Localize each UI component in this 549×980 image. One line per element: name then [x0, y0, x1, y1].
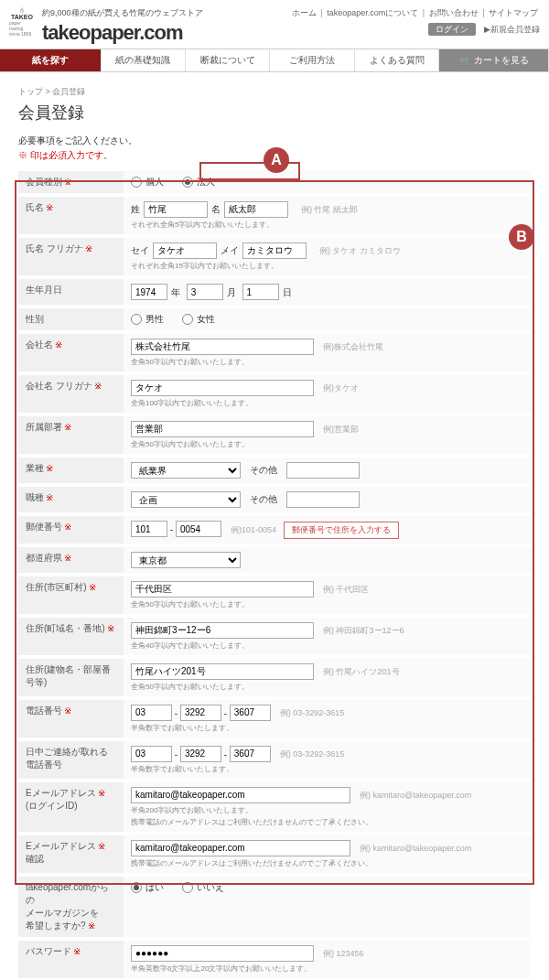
zip1-input[interactable]: [131, 521, 167, 537]
company-kana-input[interactable]: [131, 380, 314, 396]
radio-mag-yes[interactable]: はい: [131, 881, 164, 894]
radio-corporate[interactable]: 法人: [182, 176, 215, 188]
building-input[interactable]: [131, 663, 314, 680]
nav-about[interactable]: takeopaper.comについて: [327, 8, 418, 17]
birth-month-input[interactable]: [187, 284, 223, 300]
radio-individual[interactable]: 個人: [131, 176, 164, 188]
nav-home[interactable]: ホーム: [292, 8, 317, 17]
nav-usage[interactable]: ご利用方法: [270, 49, 354, 71]
login-button[interactable]: ログイン: [428, 23, 476, 36]
nav-sitemap[interactable]: サイトマップ: [489, 8, 538, 17]
nav-contact[interactable]: お問い合わせ: [429, 8, 479, 17]
email-confirm-input[interactable]: [131, 840, 350, 856]
register-link[interactable]: ▶新規会員登録: [484, 25, 540, 34]
industry-select[interactable]: 紙業界: [131, 462, 241, 479]
dept-input[interactable]: [131, 421, 314, 437]
lastname-input[interactable]: [144, 201, 208, 218]
logo[interactable]: TAKEO paper trading since 1899: [9, 7, 35, 37]
zip2-input[interactable]: [176, 521, 221, 537]
radio-mag-no[interactable]: いいえ: [182, 881, 224, 894]
marker-b: B: [509, 224, 534, 250]
password-input[interactable]: [131, 945, 314, 962]
tel1-input[interactable]: [131, 705, 172, 721]
lastname-kana-input[interactable]: [153, 242, 217, 259]
job-other-input[interactable]: [286, 491, 360, 508]
radio-male[interactable]: 男性: [131, 313, 164, 326]
logo-text: TAKEO: [11, 14, 33, 20]
industry-other-input[interactable]: [286, 462, 360, 479]
cart-icon: 🛒: [459, 56, 470, 66]
tel3-input[interactable]: [230, 705, 271, 721]
top-nav: ホーム | takeopaper.comについて | お問い合わせ | サイトマ…: [290, 7, 540, 19]
marker-a: A: [264, 147, 289, 173]
pref-select[interactable]: 東京都: [131, 552, 241, 568]
email-input[interactable]: [131, 787, 350, 803]
header: TAKEO paper trading since 1899 約9,000種の紙…: [0, 0, 549, 48]
radio-female[interactable]: 女性: [182, 313, 215, 326]
breadcrumb[interactable]: トップ > 会員登録: [18, 86, 531, 98]
birth-day-input[interactable]: [242, 284, 279, 300]
nav-search[interactable]: 紙を探す: [0, 49, 102, 71]
daytel1-input[interactable]: [131, 746, 172, 762]
birth-year-input[interactable]: [131, 284, 167, 300]
daytel3-input[interactable]: [230, 746, 271, 762]
firstname-input[interactable]: [224, 201, 288, 218]
daytel2-input[interactable]: [180, 746, 221, 762]
main-nav: 紙を探す 紙の基礎知識 断裁について ご利用方法 よくある質問 🛒カートを見る: [0, 48, 549, 72]
nav-faq[interactable]: よくある質問: [355, 49, 439, 71]
company-input[interactable]: [131, 339, 314, 355]
page-title: 会員登録: [18, 102, 531, 124]
registration-form: 会員種別※ 個人 法人 氏名※ 姓 名 例) 竹尾 紙太郎 それぞれ全角5字以内…: [18, 171, 531, 980]
instruction: 必要事項をご記入ください。: [18, 135, 531, 147]
nav-basics[interactable]: 紙の基礎知識: [102, 49, 186, 71]
logo-sub: paper trading since 1899: [9, 20, 35, 37]
address-input[interactable]: [131, 622, 314, 639]
zip-lookup-button[interactable]: 郵便番号で住所を入力する: [284, 522, 399, 539]
nav-cart[interactable]: 🛒カートを見る: [439, 49, 549, 71]
firstname-kana-input[interactable]: [242, 242, 307, 259]
nav-cutting[interactable]: 断裁について: [186, 49, 270, 71]
tel2-input[interactable]: [180, 705, 221, 721]
city-input[interactable]: [131, 581, 314, 598]
job-select[interactable]: 企画: [131, 491, 241, 508]
